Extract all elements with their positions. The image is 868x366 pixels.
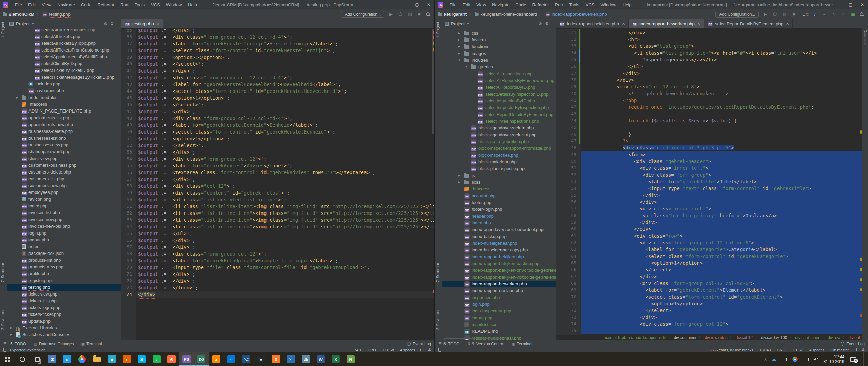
code-line-62[interactable]: <div class="form-group col-12 col-md-6"> — [581, 239, 862, 246]
code-line-74[interactable]: <div class="form-group col-12"> — [581, 321, 862, 327]
code-line-61[interactable]: <div class="row"> — [581, 232, 862, 239]
tree-item-scratches-and-consoles[interactable]: ▶Scratches and Consoles — [7, 331, 121, 338]
code-line-71[interactable]: $output .= '</div>'; — [136, 271, 434, 278]
history-clock-icon[interactable]: ↻ — [831, 12, 837, 17]
code-line-40[interactable]: <!--- gebrek bewerken/aanmaken ---> — [581, 90, 862, 97]
add-configuration-button[interactable]: Add Configuration... — [341, 11, 384, 18]
code-line-71[interactable]: <option>1</option> — [581, 300, 862, 307]
chevron-right-icon[interactable]: ▶ — [458, 50, 460, 57]
editor-tab-testing-php[interactable]: testing.php✕ — [121, 19, 163, 28]
tree-item-images[interactable]: ▶images — [442, 50, 556, 57]
tree-item-appointments-new-php[interactable]: appointments-new.php — [7, 121, 121, 128]
html-breadcrumb-item[interactable]: div.col-12 — [736, 335, 753, 340]
warning-stripe-mark[interactable] — [860, 258, 862, 261]
code-line-43[interactable]: $output .= '<label for="gebrekHerstelHoe… — [136, 81, 434, 88]
code-line-54[interactable]: $output .= '<div class="form-group col-1… — [136, 156, 434, 162]
tree-item-employees-php[interactable]: employees.php — [7, 189, 121, 196]
warning-stripe-mark[interactable] — [860, 278, 862, 281]
tree-item-footer-login-php[interactable]: footer-login.php — [442, 206, 556, 213]
tree-item-package-lock-json[interactable]: package-lock.json — [7, 250, 121, 257]
tool-stripe-structure[interactable]: 7: Structure — [1, 263, 5, 282]
code-line-72[interactable]: $output .= '</div>'; — [136, 278, 434, 284]
code-line-60[interactable]: </div> — [581, 226, 862, 232]
menu-vcs[interactable]: VCS — [583, 2, 598, 7]
tree-item-selectallticketsbytopic-php[interactable]: selectAllTicketsByTopic.php — [7, 40, 121, 47]
tree-item-logout-php[interactable]: logout.php — [7, 237, 121, 243]
code-line-58[interactable]: $output .= '<div class="col-12">'; — [136, 183, 434, 189]
git-update-icon[interactable]: ↙ — [812, 12, 818, 17]
stop-icon[interactable]: ■ — [416, 12, 422, 17]
tree-item-external-libraries[interactable]: ▶External Libraries — [7, 325, 121, 331]
menu-file[interactable]: File — [447, 2, 460, 7]
code-line-64[interactable]: <select class="form-control" id="gebrekC… — [581, 253, 862, 260]
code-line-63[interactable]: <label for="gebrekCategorie">Categorie</… — [581, 246, 862, 253]
cortana-search-button[interactable] — [15, 352, 30, 366]
git-commit-icon[interactable]: ✓ — [822, 12, 828, 17]
error-stripe-mark[interactable] — [433, 31, 434, 34]
code-line-64[interactable]: $output .= '<li class="list-inline-item"… — [136, 223, 434, 230]
status-item[interactable]: 4 spaces — [809, 348, 824, 352]
tree-item-block-planinspectie-php[interactable]: block-planinspectie.php — [442, 165, 556, 172]
version-control-toolwindow-button[interactable]: ⇅9: Version Control — [467, 342, 504, 346]
tree-item-selectallticketpriorities-php[interactable]: selectAllTicketPriorities.php — [7, 29, 121, 33]
tree-item-favicon[interactable]: ▶favicon — [442, 37, 556, 43]
code-line-52[interactable]: <div class="form-group"> — [581, 171, 862, 178]
toolwindow-switcher-icon[interactable] — [3, 348, 6, 352]
tree-item-manifest-json[interactable]: manifest.json — [442, 321, 556, 328]
tree-item-css[interactable]: ▶css — [442, 30, 556, 37]
menu-view[interactable]: View — [473, 2, 489, 7]
todo-toolwindow-button[interactable]: ☰6: TODO — [3, 342, 26, 346]
close-button[interactable]: ✕ — [423, 0, 434, 9]
word-taskbar-button[interactable]: W — [313, 352, 328, 366]
code-line-42[interactable]: $output .= '<div class="form-group col-1… — [136, 74, 434, 81]
media-player-taskbar-button[interactable]: ◆ — [104, 352, 119, 366]
menu-tools[interactable]: Tools — [132, 2, 148, 7]
tree-horizontal-scrollbar[interactable] — [444, 338, 505, 339]
tree-item-businesses-new-php[interactable]: businesses-new.php — [7, 142, 121, 148]
chevron-right-icon[interactable]: ▶ — [458, 37, 460, 43]
tree-item-tickets-list-php[interactable]: tickets-list.php — [7, 298, 121, 304]
tree-item-appointments-list-php[interactable]: appointments-list.php — [7, 115, 121, 121]
tree-item-index-rapport-bekijken-php[interactable]: index-rapport-bekijken.php — [442, 253, 556, 260]
maximize-button[interactable]: ▢ — [845, 0, 856, 9]
chevron-down-icon[interactable]: ▼ — [465, 64, 468, 70]
hide-panel-icon[interactable]: ─ — [551, 21, 554, 26]
tree-item-customers-list-php[interactable]: customers-list.php — [7, 176, 121, 182]
code-line-41[interactable]: $output .= '</div>'; — [136, 67, 434, 74]
code-line-49[interactable]: $output .= '<label for="gebrekHerstelEen… — [136, 122, 434, 128]
tree-item-account-php[interactable]: account.php — [442, 192, 556, 199]
chevron-right-icon[interactable]: ▶ — [458, 30, 460, 37]
tool-stripe-project[interactable]: 1: Project — [436, 22, 440, 38]
tree-item-client-view-php[interactable]: client-view.php — [7, 155, 121, 162]
hector-inspections-icon[interactable] — [428, 348, 431, 351]
menu-navigate[interactable]: Navigate — [54, 2, 78, 7]
code-line-51[interactable]: <div class="inner-left"> — [581, 165, 862, 171]
code-line-55[interactable]: $output .= '<label for="gebrekAdvies">Ad… — [136, 162, 434, 169]
menu-view[interactable]: View — [39, 2, 54, 7]
status-item[interactable]: Git: master — [830, 348, 849, 352]
html-breadcrumb-item[interactable]: div.card.w-100 — [761, 335, 787, 340]
locate-file-icon[interactable]: ⊕ — [539, 21, 542, 26]
tree-item-invoices-new-php[interactable]: invoices-new.php — [7, 216, 121, 223]
code-line-67[interactable]: </div> — [581, 273, 862, 280]
menu-code[interactable]: Code — [512, 2, 529, 7]
warning-stripe-mark[interactable] — [860, 314, 862, 317]
warning-stripe-mark[interactable] — [433, 48, 434, 51]
tool-stripe-structure[interactable]: 7: Structure — [436, 263, 440, 282]
close-tab-icon[interactable]: ✕ — [622, 22, 625, 26]
html-breadcrumb-item[interactable]: div.container — [674, 335, 696, 340]
tree-item-selectinspectionbyid-php[interactable]: selectInspectionByID.php — [442, 98, 556, 104]
html-breadcrumb-item[interactable]: div.col-12.col- — [848, 335, 862, 340]
minimize-button[interactable]: ─ — [833, 0, 845, 9]
code-line-53[interactable]: <label for="gebrekTitle">Titel</label> — [581, 178, 862, 185]
menu-navigate[interactable]: Navigate — [489, 2, 512, 7]
code-line-70[interactable]: <select class="form-control" id="gebrekE… — [581, 293, 862, 300]
chevron-right-icon[interactable]: ▶ — [16, 94, 18, 101]
tree-item-index-rapport-bewerken-php[interactable]: index-rapport-bewerken.php — [442, 281, 556, 287]
event-log-button[interactable]: Event Log — [407, 342, 431, 346]
code-line-74[interactable]: </div> — [136, 291, 434, 298]
event-log-button[interactable]: Event Log — [841, 342, 865, 346]
code-line-54[interactable]: <input type="text" class="form-control" … — [581, 185, 862, 192]
chevron-right-icon[interactable]: ▶ — [458, 172, 460, 179]
code-line-51[interactable]: $output .= '<option>1</option>'; — [136, 135, 434, 142]
